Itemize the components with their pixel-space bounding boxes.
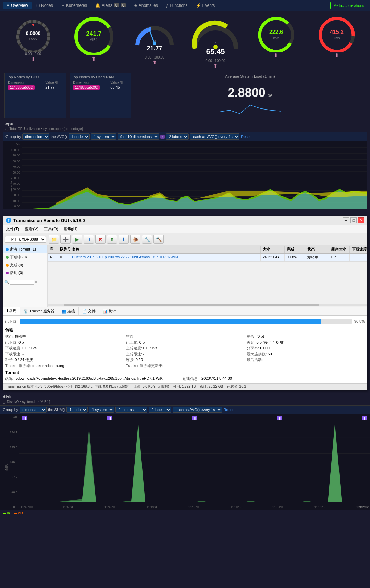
window-maximize-button[interactable]: □ [350,217,357,223]
menu-file[interactable]: 文件(T) [4,226,21,232]
header-id[interactable]: ID [48,246,58,253]
gauge6-up-icon: ⬆ [335,52,339,59]
menu-view[interactable]: 查看(V) [23,226,40,232]
cpu-col-dim: Dimension [7,80,44,85]
torrent-queue: 0 [58,254,70,261]
legend-out: ▬ out [14,511,23,515]
header-speed[interactable]: 下载速度 [350,246,367,253]
add-url-button[interactable]: ➕ [60,235,71,244]
stop-button[interactable]: ✖ [95,235,106,244]
tab-general[interactable]: ℹ 常规 [3,307,20,315]
node-count-select[interactable]: 1 node [69,133,90,140]
header-size[interactable]: 大小 [261,246,285,253]
alert-badge-blue: 0 [121,3,126,7]
disk-latest-label: Latest: 2 [357,505,369,509]
disk-node-select[interactable]: 1 node [66,407,88,413]
metric-correlations-button[interactable]: Metric correlations [330,2,367,9]
legend-in: ▬ in [3,511,10,515]
torrent-list-scrollbar[interactable] [48,304,367,306]
disk-each-as-select[interactable]: each as AVG() every 1s [173,407,222,413]
disk-group-by-select[interactable]: dimension [20,407,47,413]
resume-button[interactable]: ▶ [72,235,82,244]
torrent-table-header: ID 队列▽ 名称 大小 完成 状态 剩余大小 下载速度 [48,245,367,254]
disk-dimensions-select[interactable]: 2 dimensions [115,407,147,413]
nav-overview[interactable]: ⊞ Overview [3,2,32,9]
torrent-name-key: 名称: [5,376,14,381]
avg-func-label: the AVG() [51,135,67,139]
tools-button[interactable]: 🔨 [153,235,164,244]
each-as-select[interactable]: each as AVG() every 1s [190,133,239,140]
header-queue[interactable]: 队列▽ [58,246,70,253]
nav-kubernetes[interactable]: ✦ Kubernetes [58,2,90,9]
pause-button[interactable]: ⏸ [84,235,94,244]
disk-annotation-2: ▐ [107,416,112,420]
avg-load-title: Average System Load (1 min) [136,74,364,78]
priority-down-button[interactable]: ⬇ [119,235,129,244]
menu-help[interactable]: 帮助(H) [62,226,79,232]
gauge-net-out-kb: 415.2 kb/s ⬆ [313,14,361,69]
sidebar-complete[interactable]: 完成 (0) [3,261,47,269]
general-icon: ℹ [7,309,8,313]
tables-row: Top Nodes by CPU Dimension Value % 11483… [3,71,367,120]
header-done[interactable]: 完成 [285,246,305,253]
disk-annotation-5: ▐ [362,416,367,420]
sidebar-all-torrents[interactable]: 所有 Torrent (1) [3,245,47,253]
window-minimize-button[interactable]: ─ [343,217,349,223]
server-select[interactable]: TP-link XDR6088 [5,236,46,243]
add-file-button[interactable]: 📁 [49,235,59,244]
header-name[interactable]: 名称 [70,246,261,253]
turtle-button[interactable]: 🐌 [130,235,140,244]
gauge-ram: 65.45 % 0.00 100.00 ⬆ [192,14,239,69]
torrent-row[interactable]: 4 0 Hustlers.2019.2160p.BluRay.x265.10bi… [48,254,367,262]
transmission-tabs: ℹ 常规 📡 Tracker 服务器 👥 连接 📄 文件 📊 统计 [3,307,367,316]
priority-up-button[interactable]: ⬆ [107,235,117,244]
gauge4-up-icon: ⬆ [213,63,218,69]
tab-stats[interactable]: 📊 统计 [99,307,120,315]
tab-peers[interactable]: 👥 连接 [58,307,79,315]
statusbar-total: 总计: 26.22 GB [200,384,223,389]
nav-alerts[interactable]: 🔔 Alerts 0 0 [92,2,130,9]
settings-button[interactable]: 🔧 [142,235,152,244]
clear-search-icon[interactable]: ✕ [35,280,38,284]
group-by-label: Group by [5,135,21,139]
k8s-icon: ✦ [61,3,65,8]
transmission-sidebar: 所有 Torrent (1) 下载中 (0) 完成 (0) 活动 (0) 🔍 ✕ [3,245,48,307]
system-count-select[interactable]: 1 system [91,133,116,140]
disk-sum-func-label: the SUM() [48,408,65,412]
svg-marker-45 [19,423,370,502]
disk-section: disk ◷ Disk I/O • system.io • [MiB/s] Gr… [0,393,370,516]
header-remain[interactable]: 剩余大小 [329,246,350,253]
group-by-select[interactable]: dimension [22,133,49,140]
transmission-menubar: 文件(T) 查看(V) 工具(O) 帮助(H) [3,225,367,233]
disk-reset-button[interactable]: Reset [223,408,233,412]
top-navigation: ⊞ Overview ⬡ Nodes ✦ Kubernetes 🔔 Alerts… [0,0,370,11]
svg-text:415.2: 415.2 [330,29,344,35]
window-close-button[interactable]: ✕ [358,217,364,223]
window-controls: ─ □ ✕ [343,217,364,223]
cpu-reset-button[interactable]: Reset [241,135,251,139]
disk-annotation-4: ▐ [277,416,282,420]
disk-system-select[interactable]: 1 system [89,407,114,413]
tab-tracker[interactable]: 📡 Tracker 服务器 [20,307,58,315]
menu-tools[interactable]: 工具(O) [42,226,59,232]
nav-nodes[interactable]: ⬡ Nodes [33,2,57,9]
transfer-section-title: 传输 [5,327,365,333]
labels-select[interactable]: 2 labels [166,133,189,140]
last-active-detail: 最后活动: [247,357,365,362]
sidebar-downloading[interactable]: 下载中 (0) [3,253,47,261]
cpu-dim-badge: 11483bca5002 [7,85,44,90]
alert-badge-red: 0 [114,3,119,7]
disk-labels-select[interactable]: 2 labels [149,407,171,413]
dimensions-select[interactable]: 9 of 10 dimensions [118,133,159,140]
torrent-search-input[interactable] [10,280,34,285]
functions-icon: ƒ [166,3,169,8]
tab-files[interactable]: 📄 文件 [79,307,99,315]
xaxis-11495: 11:49:30 [146,505,158,509]
svg-text:kb/s: kb/s [273,36,279,40]
nav-functions[interactable]: ƒ Functions [163,2,191,9]
nav-anomalies[interactable]: ◈ Anomalies [131,2,161,9]
ram-val: 65.45 [109,85,129,90]
sidebar-active[interactable]: 活动 (0) [3,269,47,277]
nav-events[interactable]: ⚡ Events [193,2,219,9]
header-status[interactable]: 状态 [305,246,329,253]
